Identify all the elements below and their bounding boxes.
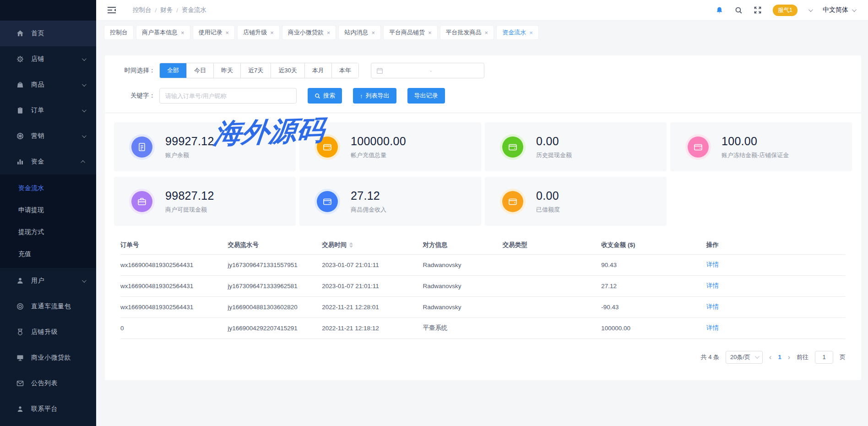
cell-serial-no: jy1673096471331557951 xyxy=(228,254,322,275)
keyword-label: 关键字： xyxy=(120,92,155,100)
search-icon[interactable] xyxy=(734,6,743,14)
sidebar-subitem-fund-flow[interactable]: 资金流水 xyxy=(0,177,96,199)
sidebar-item-marketing[interactable]: 营销 xyxy=(0,123,96,149)
breadcrumb-separator: / xyxy=(176,7,178,14)
col-serial-no: 交易流水号 xyxy=(228,236,322,254)
language-selector[interactable]: 中文简体 xyxy=(823,6,855,14)
sidebar-item-orders[interactable]: 订单 xyxy=(0,98,96,123)
time-option-yesterday[interactable]: 昨天 xyxy=(213,63,240,78)
fullscreen-icon[interactable] xyxy=(754,6,762,14)
close-icon[interactable]: × xyxy=(181,30,184,36)
time-option-today[interactable]: 今日 xyxy=(186,63,213,78)
time-option-all[interactable]: 全部 xyxy=(160,63,186,78)
prev-page-button[interactable]: ‹ xyxy=(769,354,771,361)
tab-fund-flow[interactable]: 资金流水× xyxy=(497,26,538,39)
tab-shop-upgrade[interactable]: 店铺升级× xyxy=(238,26,279,39)
user-badge[interactable]: 服气1 xyxy=(773,5,797,16)
breadcrumb-item[interactable]: 控制台 xyxy=(133,6,152,14)
chevron-down-icon[interactable] xyxy=(808,7,813,12)
time-option-7days[interactable]: 近7天 xyxy=(240,63,271,78)
stat-value: 100000.00 xyxy=(351,135,406,147)
subitem-label: 提现方式 xyxy=(18,228,44,236)
col-order-no: 订单号 xyxy=(120,236,228,254)
close-icon[interactable]: × xyxy=(226,30,229,36)
time-option-year[interactable]: 本年 xyxy=(331,63,358,78)
tab-merchant-info[interactable]: 商户基本信息× xyxy=(136,26,190,39)
time-filter-row: 时间选择： 全部 今日 昨天 近7天 近30天 本月 本年 - xyxy=(120,63,861,78)
tab-label: 商户基本信息 xyxy=(142,28,178,37)
chart-icon xyxy=(16,158,24,165)
sidebar-subitem-withdraw-apply[interactable]: 申请提现 xyxy=(0,199,96,221)
stat-card-withdraw-history: 0.00历史提现金额 xyxy=(485,122,667,171)
tab-console[interactable]: 控制台 xyxy=(104,26,133,39)
search-button-label: 搜索 xyxy=(323,92,335,100)
page-size-select[interactable]: 20条/页 xyxy=(726,351,763,364)
collapse-menu-icon[interactable] xyxy=(107,6,116,14)
cell-amount: 100000.00 xyxy=(601,317,706,339)
sidebar-item-label: 资金 xyxy=(31,158,82,166)
time-option-month[interactable]: 本月 xyxy=(304,63,331,78)
cell-serial-no: jy1669004292207415291 xyxy=(228,317,322,339)
user-icon xyxy=(16,277,24,284)
search-button[interactable]: 搜索 xyxy=(308,88,342,104)
close-icon[interactable]: × xyxy=(270,30,274,36)
sidebar-subitem-recharge[interactable]: 充值 xyxy=(0,243,96,265)
sidebar-item-goods[interactable]: 商品 xyxy=(0,72,96,98)
sidebar-item-funds[interactable]: 资金 xyxy=(0,149,96,175)
table-row: 0 jy1669004292207415291 2022-11-21 12:18… xyxy=(120,317,846,339)
clipboard-icon xyxy=(16,107,24,114)
tab-label: 使用记录 xyxy=(199,28,222,37)
sidebar-item-shop-upgrade[interactable]: 店铺升级 xyxy=(0,319,96,345)
stat-label: 账户冻结金额-店铺保证金 xyxy=(722,151,789,159)
tab-platform-distribute[interactable]: 平台商品铺货× xyxy=(384,26,437,39)
tab-platform-wholesale[interactable]: 平台批发商品× xyxy=(440,26,494,39)
export-list-button[interactable]: ↑ 列表导出 xyxy=(353,88,396,104)
export-record-label: 导出记录 xyxy=(414,92,438,100)
tab-usage-record[interactable]: 使用记录× xyxy=(193,26,235,39)
sort-icon[interactable] xyxy=(349,242,353,248)
tab-site-message[interactable]: 站内消息× xyxy=(339,26,380,39)
breadcrumb-item[interactable]: 财务 xyxy=(160,6,173,14)
col-type: 交易类型 xyxy=(503,236,601,254)
contact-icon xyxy=(16,405,24,413)
language-label: 中文简体 xyxy=(823,6,848,14)
close-icon[interactable]: × xyxy=(327,30,331,36)
sidebar-subitem-withdraw-method[interactable]: 提现方式 xyxy=(0,221,96,243)
wallet-icon xyxy=(317,137,338,158)
detail-link[interactable]: 详情 xyxy=(706,303,719,310)
tab-label: 店铺升级 xyxy=(243,28,267,37)
gear-icon xyxy=(16,55,24,63)
close-icon[interactable]: × xyxy=(485,30,488,36)
tab-micro-loan[interactable]: 商业小微贷款× xyxy=(282,26,336,39)
stat-label: 账户余额 xyxy=(165,151,214,159)
export-record-button[interactable]: 导出记录 xyxy=(407,88,445,104)
detail-link[interactable]: 详情 xyxy=(706,282,719,289)
bell-icon[interactable] xyxy=(715,6,723,14)
sidebar-item-micro-loan[interactable]: 商业小微贷款 xyxy=(0,345,96,371)
goto-page-input[interactable] xyxy=(815,351,833,364)
close-icon[interactable]: × xyxy=(529,30,533,36)
breadcrumb-item[interactable]: 资金流水 xyxy=(182,6,206,14)
next-page-button[interactable]: › xyxy=(788,354,790,361)
stat-card-frozen-deposit: 100.00账户冻结金额-店铺保证金 xyxy=(670,122,852,171)
sidebar-item-users[interactable]: 用户 xyxy=(0,268,96,294)
tab-label: 平台商品铺货 xyxy=(389,28,425,37)
sidebar-item-shop[interactable]: 店铺 xyxy=(0,46,96,72)
keyword-input[interactable] xyxy=(159,88,297,104)
sidebar-item-home[interactable]: 首页 xyxy=(0,21,96,46)
sidebar-item-traffic-pack[interactable]: 直通车流量包 xyxy=(0,294,96,319)
sidebar-item-notices[interactable]: 公告列表 xyxy=(0,371,96,396)
close-icon[interactable]: × xyxy=(428,30,432,36)
detail-link[interactable]: 详情 xyxy=(706,324,719,331)
detail-link[interactable]: 详情 xyxy=(706,261,719,268)
date-range-input[interactable]: - xyxy=(371,63,484,78)
time-option-30days[interactable]: 近30天 xyxy=(271,63,304,78)
sidebar-item-contact-platform[interactable]: 联系平台 xyxy=(0,396,96,422)
target-icon xyxy=(16,303,24,310)
sidebar-logo-area xyxy=(0,0,96,21)
stat-card-commission-income: 27.12商品佣金收入 xyxy=(299,177,481,226)
close-icon[interactable]: × xyxy=(371,30,375,36)
stat-card-borrowed-quota: 0.00已借额度 xyxy=(485,177,667,226)
funds-submenu: 资金流水 申请提现 提现方式 充值 xyxy=(0,175,96,268)
current-page[interactable]: 1 xyxy=(778,354,781,360)
